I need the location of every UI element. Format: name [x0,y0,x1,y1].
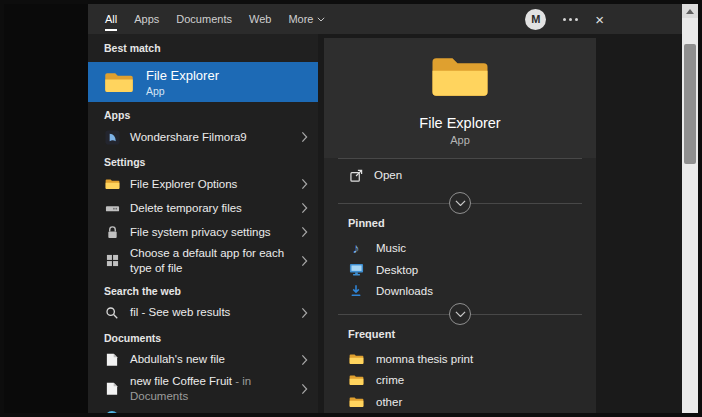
lock-icon [104,224,120,240]
search-window: All Apps Documents Web More M × Best mat… [0,0,702,417]
tab-web[interactable]: Web [249,4,271,34]
folder-icon [104,176,120,192]
preview-pane: File Explorer App Open [318,34,682,413]
folder-icon [348,372,364,388]
eviews-icon [104,410,120,413]
best-match-text: File Explorer App [146,68,219,97]
frequent-item-other[interactable]: other [324,391,596,413]
chevron-down-icon [455,311,466,317]
result-label: fil - See web results [130,305,291,320]
search-content: Best match File Explorer App Apps [88,34,682,413]
frequent-header: Frequent [324,326,596,348]
desktop-icon [348,262,364,278]
result-row-choose-default-app[interactable]: Choose a default app for each type of fi… [88,244,318,278]
frequent-label: momna thesis print [376,353,473,365]
pinned-label: Downloads [376,285,433,297]
result-row-file-system-privacy-settings[interactable]: File system privacy settings [88,220,318,244]
frequent-label: other [376,396,402,408]
expander-divider [324,191,596,215]
open-label: Open [374,169,402,181]
pinned-item-desktop[interactable]: Desktop [324,259,596,281]
search-icon [104,305,120,321]
pinned-header: Pinned [324,215,596,237]
more-options-icon[interactable] [563,18,578,21]
scrollbar-thumb[interactable] [684,44,696,164]
chevron-right-icon [301,202,308,214]
folder-icon [104,70,134,95]
best-match-file-explorer[interactable]: File Explorer App [88,62,318,102]
result-label: Delete temporary files [130,201,291,216]
chevron-right-icon [301,131,308,143]
preview-app-subtitle: App [324,134,596,146]
filter-tabs: All Apps Documents Web More [105,4,325,34]
search-main: All Apps Documents Web More M × Best mat… [88,4,682,413]
section-header-search-the-web: Search the web [88,278,318,301]
scroll-up-button[interactable] [682,4,698,18]
tab-apps-label: Apps [134,13,159,25]
chevron-right-icon [301,412,308,413]
best-match-subtitle: App [146,85,219,97]
expander-divider [324,302,596,326]
folder-icon [348,394,364,410]
account-avatar[interactable]: M [525,9,546,30]
open-icon [348,167,364,183]
chevron-right-icon [301,354,308,366]
taskbar-strip [4,4,88,413]
preview-card: File Explorer App Open [324,38,596,413]
pinned-item-music[interactable]: ♪ Music [324,237,596,259]
result-row-abdullahs-new-file[interactable]: Abdullah's new file [88,348,318,372]
chevron-right-icon [301,226,308,238]
storage-icon [104,200,120,216]
folder-icon [430,52,490,102]
pinned-item-downloads[interactable]: Downloads [324,280,596,302]
preview-hero: File Explorer App [324,38,596,158]
folder-icon [348,351,364,367]
tab-web-label: Web [249,13,271,25]
section-header-settings: Settings [88,149,318,172]
result-label: EViews Example Files [130,410,291,413]
pinned-label: Desktop [376,264,418,276]
frequent-item-crime[interactable]: crime [324,370,596,392]
section-header-apps: Apps [88,102,318,125]
tab-more[interactable]: More [288,4,325,34]
chevron-down-icon [455,200,466,206]
music-icon: ♪ [348,240,364,256]
frequent-label: crime [376,374,404,386]
tab-documents[interactable]: Documents [176,4,232,34]
result-label: File system privacy settings [130,225,291,240]
tab-all[interactable]: All [105,4,117,34]
chevron-right-icon [301,178,308,190]
section-header-documents: Documents [88,325,318,348]
tab-documents-label: Documents [176,13,232,25]
search-filter-bar: All Apps Documents Web More M × [88,4,682,34]
result-row-file-explorer-options[interactable]: File Explorer Options [88,172,318,196]
chevron-down-icon [317,17,325,22]
section-header-best-match: Best match [88,34,318,58]
chevron-right-icon [301,307,308,319]
result-label: Wondershare Filmora9 [130,130,291,145]
document-icon [104,352,120,368]
page-scrollbar [682,4,698,413]
result-label: Choose a default app for each type of fi… [130,246,291,276]
result-row-delete-temporary-files[interactable]: Delete temporary files [88,196,318,220]
open-action[interactable]: Open [324,159,596,191]
tab-apps[interactable]: Apps [134,4,159,34]
result-row-eviews-example-files[interactable]: EViews Example Files [88,406,318,413]
results-panel: Best match File Explorer App Apps [88,34,318,413]
default-apps-icon [104,253,120,269]
result-row-wondershare-filmora9[interactable]: Wondershare Filmora9 [88,125,318,149]
result-row-new-file-coffee-fruit[interactable]: new file Coffee Fruit - in Documents [88,372,318,406]
result-row-see-web-results[interactable]: fil - See web results [88,301,318,325]
result-label: File Explorer Options [130,177,291,192]
filmora-icon [104,129,120,145]
tab-more-label: More [288,13,313,25]
topbar-right-cluster: M × [525,4,604,34]
expand-button[interactable] [449,303,471,325]
expand-button[interactable] [449,192,471,214]
preview-app-title: File Explorer [324,115,596,131]
chevron-right-icon [301,255,308,267]
best-match-title: File Explorer [146,68,219,83]
frequent-item-momna-thesis-print[interactable]: momna thesis print [324,348,596,370]
close-icon[interactable]: × [595,12,604,27]
result-label: Abdullah's new file [130,352,291,367]
